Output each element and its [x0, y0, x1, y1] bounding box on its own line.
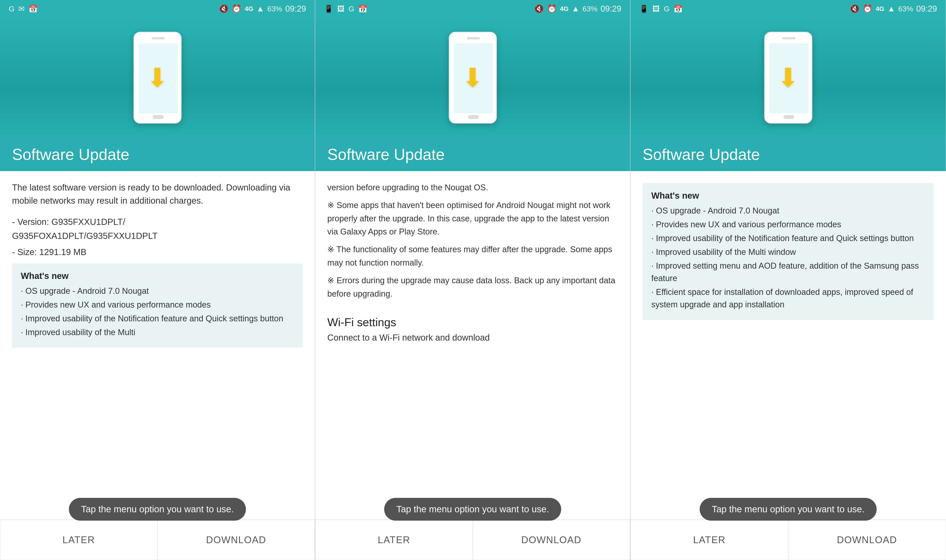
mute-icon-2: 🔇: [534, 4, 544, 13]
phone-speaker-1: [152, 37, 165, 39]
phone-home-btn-3: [783, 115, 794, 119]
whats-new-box-3: What's new · OS upgrade - Android 7.0 No…: [643, 183, 934, 320]
hero-area-2: ⬇: [315, 17, 630, 138]
content-title-2: Software Update: [315, 138, 630, 171]
toast-message-1: Tap the menu option you want to use.: [69, 498, 246, 521]
google-icon-3: G: [664, 5, 669, 13]
phone-home-btn-2: [468, 115, 479, 119]
phone-speaker-3: [782, 37, 795, 39]
status-bar-1: G ✉ 📅 🔇 ⏰ 4G ▲ 63% 09:29: [0, 0, 315, 17]
status-bar-left-2: 📱 🖼 G 📅: [324, 5, 367, 13]
download-arrow-1: ⬇: [146, 63, 168, 93]
scrolled-content-2: version before upgrading to the Nougat O…: [327, 181, 618, 309]
description-text-1: The latest software version is ready to …: [12, 181, 303, 207]
content-area-2: Software Update version before upgrading…: [315, 138, 630, 560]
content-title-3: Software Update: [631, 138, 946, 171]
signal-bars-3: ▲: [888, 4, 895, 13]
content-body-1[interactable]: The latest software version is ready to …: [0, 171, 315, 520]
later-button-3[interactable]: LATER: [631, 520, 788, 560]
bottom-buttons-3: LATER DOWNLOAD: [631, 520, 946, 560]
signal-bars: ▲: [257, 4, 264, 13]
wifi-desc-2: Connect to a Wi-Fi network and download: [327, 331, 618, 344]
download-button-3[interactable]: DOWNLOAD: [788, 520, 946, 560]
whats-new-box-1: What's new · OS upgrade - Android 7.0 No…: [12, 263, 303, 348]
later-button-1[interactable]: LATER: [0, 520, 157, 560]
signal-bars-2: ▲: [572, 4, 580, 13]
calendar-icon: 📅: [28, 5, 38, 13]
status-bar-right-1: 🔇 ⏰ 4G ▲ 63% 09:29: [219, 4, 306, 14]
panel-2: 📱 🖼 G 📅 🔇 ⏰ 4G ▲ 63% 09:29 ⬇ Software Up…: [315, 0, 631, 560]
status-bar-right-3: 🔇 ⏰ 4G ▲ 63% 09:29: [850, 4, 937, 14]
time-1: 09:29: [285, 4, 306, 14]
later-button-2[interactable]: LATER: [315, 520, 473, 560]
phone-illustration-2: ⬇: [449, 32, 497, 124]
whats-new-item-3-4: · Improved setting menu and AOD feature,…: [651, 260, 925, 285]
version-text-1: - Version: G935FXXU1DPLT/G935FOXA1DPLT/G…: [12, 215, 303, 243]
phone-home-btn-1: [153, 115, 164, 119]
panel-1: G ✉ 📅 🔇 ⏰ 4G ▲ 63% 09:29 ⬇ Software Upda…: [0, 0, 315, 560]
phone-speaker-2: [467, 37, 480, 39]
toast-overlay-3: Tap the menu option you want to use.: [631, 498, 946, 521]
google-icon: G: [9, 5, 14, 13]
download-button-2[interactable]: DOWNLOAD: [473, 520, 630, 560]
download-arrow-2: ⬇: [461, 63, 484, 93]
time-2: 09:29: [601, 4, 621, 14]
whats-new-item-1-1: · Provides new UX and various performanc…: [21, 298, 294, 311]
status-bar-2: 📱 🖼 G 📅 🔇 ⏰ 4G ▲ 63% 09:29: [315, 0, 630, 17]
download-arrow-3: ⬇: [777, 63, 799, 93]
image-icon-2: 🖼: [337, 5, 345, 13]
mute-icon: 🔇: [219, 4, 229, 13]
battery-3: 63%: [898, 5, 913, 13]
whats-new-item-3-5: · Efficient space for installation of do…: [651, 286, 925, 311]
calendar-icon-3: 📅: [674, 5, 683, 13]
alarm-icon-3: ⏰: [863, 4, 872, 13]
phone-icon-3: 📱: [639, 5, 648, 13]
content-area-1: Software Update The latest software vers…: [0, 138, 315, 560]
whats-new-item-1-0: · OS upgrade - Android 7.0 Nougat: [21, 285, 294, 297]
panel-3: 📱 🖼 G 📅 🔇 ⏰ 4G ▲ 63% 09:29 ⬇ Software Up…: [631, 0, 946, 560]
content-body-2[interactable]: version before upgrading to the Nougat O…: [315, 171, 630, 520]
hero-area-1: ⬇: [0, 17, 315, 138]
mute-icon-3: 🔇: [850, 4, 860, 13]
content-body-3[interactable]: What's new · OS upgrade - Android 7.0 No…: [631, 171, 946, 520]
content-area-3: Software Update What's new · OS upgrade …: [631, 138, 946, 560]
download-button-1[interactable]: DOWNLOAD: [157, 520, 315, 560]
calendar-icon-2: 📅: [358, 5, 367, 13]
signal-4g: 4G: [245, 5, 253, 12]
whats-new-item-3-3: · Improved usability of the Multi window: [651, 246, 925, 258]
status-bar-left-1: G ✉ 📅: [9, 5, 38, 13]
whats-new-item-1-3: · Improved usability of the Multi: [21, 326, 294, 338]
status-bar-3: 📱 🖼 G 📅 🔇 ⏰ 4G ▲ 63% 09:29: [631, 0, 946, 17]
image-icon-3: 🖼: [652, 5, 660, 13]
size-text-1: - Size: 1291.19 MB: [12, 245, 303, 259]
hero-area-3: ⬇: [631, 17, 946, 138]
whats-new-item-3-2: · Improved usability of the Notification…: [651, 232, 925, 245]
alarm-icon-2: ⏰: [547, 4, 557, 13]
status-bar-left-3: 📱 🖼 G 📅: [639, 5, 683, 13]
toast-overlay-1: Tap the menu option you want to use.: [0, 498, 315, 521]
signal-4g-2: 4G: [560, 5, 569, 12]
status-bar-right-2: 🔇 ⏰ 4G ▲ 63% 09:29: [534, 4, 621, 14]
battery-1: 63%: [267, 5, 282, 13]
whats-new-title-3: What's new: [651, 191, 925, 201]
phone-illustration-1: ⬇: [134, 32, 182, 124]
phone-icon-2: 📱: [324, 5, 333, 13]
signal-4g-3: 4G: [875, 5, 884, 12]
wifi-title-2: Wi-Fi settings: [327, 315, 618, 329]
bottom-buttons-2: LATER DOWNLOAD: [315, 520, 630, 560]
alarm-icon: ⏰: [232, 4, 241, 13]
battery-2: 63%: [583, 5, 597, 13]
whats-new-item-1-2: · Improved usability of the Notification…: [21, 312, 294, 325]
bottom-buttons-1: LATER DOWNLOAD: [0, 520, 315, 560]
whats-new-title-1: What's new: [21, 271, 294, 281]
whats-new-item-3-1: · Provides new UX and various performanc…: [651, 218, 925, 231]
time-3: 09:29: [916, 4, 937, 14]
google-icon-2: G: [349, 5, 354, 13]
toast-message-2: Tap the menu option you want to use.: [384, 498, 561, 521]
toast-message-3: Tap the menu option you want to use.: [700, 498, 877, 521]
content-title-1: Software Update: [0, 138, 315, 171]
toast-overlay-2: Tap the menu option you want to use.: [315, 498, 630, 521]
whats-new-item-3-0: · OS upgrade - Android 7.0 Nougat: [651, 205, 925, 217]
gmail-icon: ✉: [18, 5, 25, 13]
phone-illustration-3: ⬇: [764, 32, 812, 124]
